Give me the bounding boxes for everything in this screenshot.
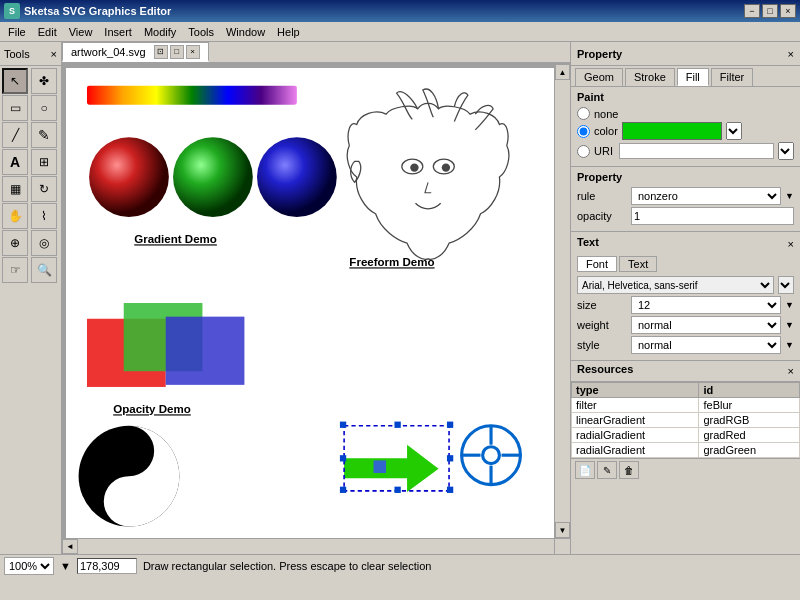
font-family-dropdown[interactable]: ▼ (778, 276, 794, 294)
resources-edit-btn[interactable]: ✎ (597, 461, 617, 479)
tab-geom[interactable]: Geom (575, 68, 623, 86)
style-dropdown-icon: ▼ (785, 340, 794, 350)
resources-delete-btn[interactable]: 🗑 (619, 461, 639, 479)
menu-window[interactable]: Window (220, 24, 271, 40)
toolbar-tools: ↖ ✤ ▭ ○ ╱ ✎ A ⊞ ▦ ↻ ✋ ⌇ ⊕ ◎ ☞ 🔍 (0, 66, 61, 285)
minimize-button[interactable]: − (744, 4, 760, 18)
tab-font[interactable]: Font (577, 256, 617, 272)
svg-canvas[interactable]: Gradient Demo Opacity Demo (66, 68, 554, 538)
tool-lasso[interactable]: ⌇ (31, 203, 57, 229)
tool-rectangle[interactable]: ▭ (2, 95, 28, 121)
font-style-select[interactable]: normalitalicoblique (631, 336, 781, 354)
text-section-title: Text (577, 236, 599, 248)
tab-btn-max[interactable]: □ (170, 45, 184, 59)
tool-transform[interactable]: ↻ (31, 176, 57, 202)
tab-filter[interactable]: Filter (711, 68, 753, 86)
tool-ellipse[interactable]: ○ (31, 95, 57, 121)
svg-point-15 (442, 163, 450, 171)
font-family-select[interactable]: Arial, Helvetica, sans-serif (577, 276, 774, 294)
paint-uri-radio[interactable] (577, 145, 590, 158)
rule-row: rule nonzero evenodd ▼ (577, 187, 794, 205)
paint-color-radio[interactable] (577, 125, 590, 138)
svg-point-3 (257, 137, 337, 217)
resources-new-btn[interactable]: 📄 (575, 461, 595, 479)
property-close-btn[interactable]: × (788, 48, 794, 60)
font-size-select[interactable]: 128101416 (631, 296, 781, 314)
color-dropdown[interactable]: ▼ (726, 122, 742, 140)
svg-rect-22 (447, 422, 453, 428)
svg-rect-20 (340, 422, 346, 428)
table-row[interactable]: radialGradient gradRed (572, 428, 800, 443)
table-row[interactable]: linearGradient gradRGB (572, 413, 800, 428)
color-swatch[interactable] (622, 122, 722, 140)
tool-text[interactable]: A (2, 149, 28, 175)
scroll-corner (554, 538, 570, 554)
canvas-tab-bar: artwork_04.svg ⊡ □ × (62, 42, 570, 64)
svg-rect-24 (447, 455, 453, 461)
toolbar-title: Tools (4, 48, 30, 60)
tab-text[interactable]: Text (619, 256, 657, 272)
menu-edit[interactable]: Edit (32, 24, 63, 40)
scroll-up-btn[interactable]: ▲ (555, 64, 570, 80)
scrollbar-vertical[interactable]: ▲ ▼ (554, 64, 570, 538)
tool-image[interactable]: ⊞ (31, 149, 57, 175)
window-controls[interactable]: − □ × (744, 4, 796, 18)
svg-text:Opacity Demo: Opacity Demo (113, 403, 191, 415)
zoom-select[interactable]: 100% 50% 200% (4, 557, 54, 575)
uri-input[interactable] (619, 143, 774, 159)
svg-rect-7 (166, 317, 245, 385)
text-section: Text × Font Text Arial, Helvetica, sans-… (571, 232, 800, 361)
menu-view[interactable]: View (63, 24, 99, 40)
resources-section: Resources × type id filter feBlur (571, 361, 800, 554)
tab-fill[interactable]: Fill (677, 68, 709, 86)
svg-rect-23 (340, 455, 346, 461)
paint-none-label: none (594, 108, 618, 120)
scrollbar-horizontal[interactable]: ◄ (62, 538, 554, 554)
style-label: style (577, 339, 627, 351)
scroll-down-btn[interactable]: ▼ (555, 522, 570, 538)
font-weight-select[interactable]: normalboldbolderlighter (631, 316, 781, 334)
tool-magnify[interactable]: 🔍 (31, 257, 57, 283)
resource-type: filter (572, 398, 699, 413)
resources-title: Resources (577, 363, 633, 375)
menu-help[interactable]: Help (271, 24, 306, 40)
menu-tools[interactable]: Tools (182, 24, 220, 40)
scroll-left-btn[interactable]: ◄ (62, 539, 78, 554)
paint-color-label: color (594, 125, 618, 137)
tool-gradient[interactable]: ▦ (2, 176, 28, 202)
tool-node[interactable]: ✤ (31, 68, 57, 94)
text-tabs: Font Text (577, 256, 794, 272)
uri-dropdown[interactable]: ▼ (778, 142, 794, 160)
app-icon: S (4, 3, 20, 19)
close-button[interactable]: × (780, 4, 796, 18)
resources-close-btn[interactable]: × (788, 365, 794, 377)
rule-select[interactable]: nonzero evenodd (631, 187, 781, 205)
opacity-input[interactable] (631, 207, 794, 225)
tab-btn-close[interactable]: × (186, 45, 200, 59)
tool-hand[interactable]: ✋ (2, 203, 28, 229)
menu-modify[interactable]: Modify (138, 24, 182, 40)
toolbar-close[interactable]: × (51, 48, 57, 60)
svg-text:Freeform Demo: Freeform Demo (349, 256, 434, 268)
table-row[interactable]: filter feBlur (572, 398, 800, 413)
tab-stroke[interactable]: Stroke (625, 68, 675, 86)
canvas-tab-file[interactable]: artwork_04.svg ⊡ □ × (62, 42, 209, 62)
svg-point-14 (410, 163, 418, 171)
svg-rect-18 (373, 460, 386, 473)
maximize-button[interactable]: □ (762, 4, 778, 18)
canvas-area: artwork_04.svg ⊡ □ × (62, 42, 570, 554)
menu-file[interactable]: File (2, 24, 32, 40)
tool-select[interactable]: ↖ (2, 68, 28, 94)
tool-pencil[interactable]: ✎ (31, 122, 57, 148)
tool-zoom[interactable]: ⊕ (2, 230, 28, 256)
text-panel-close[interactable]: × (788, 238, 794, 250)
table-row[interactable]: radialGradient gradGreen (572, 443, 800, 458)
tool-pan[interactable]: ☞ (2, 257, 28, 283)
tool-eyedrop[interactable]: ◎ (31, 230, 57, 256)
tab-btn-restore[interactable]: ⊡ (154, 45, 168, 59)
property-header: Property × (571, 42, 800, 66)
paint-none-radio[interactable] (577, 107, 590, 120)
tool-line[interactable]: ╱ (2, 122, 28, 148)
menu-insert[interactable]: Insert (98, 24, 138, 40)
canvas-content[interactable]: Gradient Demo Opacity Demo (66, 68, 554, 538)
